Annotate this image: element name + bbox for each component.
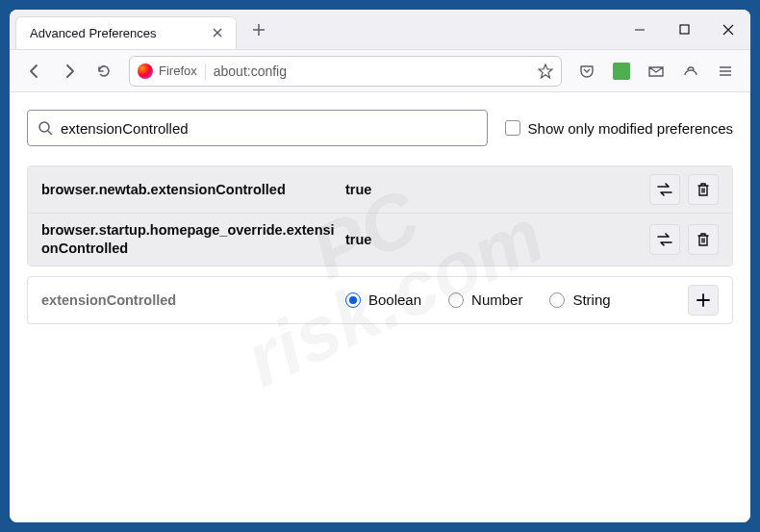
delete-button[interactable] (688, 174, 719, 205)
search-input[interactable] (61, 120, 477, 137)
radio-input[interactable] (345, 292, 361, 308)
account-button[interactable] (675, 56, 706, 87)
toggle-button[interactable] (649, 224, 680, 255)
tab-title: Advanced Preferences (30, 26, 157, 40)
extension-icon (613, 63, 630, 80)
tab-active[interactable]: Advanced Preferences (15, 16, 237, 49)
pref-name: browser.newtab.extensionControlled (41, 181, 338, 199)
identity-label: Firefox (159, 63, 197, 78)
pref-list: browser.newtab.extensionControlled true … (27, 165, 733, 266)
search-box[interactable] (27, 110, 488, 146)
radio-string[interactable]: String (549, 291, 610, 308)
show-modified-label: Show only modified preferences (528, 120, 733, 137)
back-button[interactable] (19, 56, 50, 87)
search-row: Show only modified preferences (27, 110, 733, 146)
radio-label: Boolean (368, 291, 421, 308)
svg-rect-0 (680, 25, 689, 34)
new-pref-row: extensionControlled Boolean Number Strin… (27, 276, 733, 324)
minimize-button[interactable] (618, 10, 662, 49)
show-modified-checkbox[interactable] (505, 120, 520, 136)
reload-button[interactable] (89, 56, 119, 87)
type-radio-group: Boolean Number String (345, 291, 680, 308)
about-config-content: Show only modified preferences browser.n… (10, 92, 750, 522)
titlebar: Advanced Preferences (10, 10, 750, 50)
pref-name: browser.startup.homepage_override.extens… (41, 221, 338, 258)
pref-value: true (345, 232, 642, 247)
new-pref-name: extensionControlled (41, 292, 338, 308)
pref-row: browser.newtab.extensionControlled true (28, 166, 732, 214)
toggle-button[interactable] (649, 174, 680, 205)
navbar: Firefox about:config (10, 50, 750, 92)
identity-box[interactable]: Firefox (138, 63, 206, 79)
close-window-button[interactable] (706, 10, 750, 49)
url-text: about:config (214, 63, 530, 79)
pref-value: true (345, 182, 642, 197)
show-modified-checkbox-wrap[interactable]: Show only modified preferences (505, 120, 733, 137)
menu-button[interactable] (710, 56, 741, 87)
extension-button[interactable] (606, 56, 637, 87)
delete-button[interactable] (688, 224, 719, 255)
bookmark-star-icon[interactable] (538, 63, 553, 79)
window-controls (618, 10, 750, 49)
add-button[interactable] (688, 285, 719, 316)
radio-input[interactable] (549, 292, 565, 308)
browser-window: Advanced Preferences (10, 10, 750, 522)
radio-number[interactable]: Number (448, 291, 522, 308)
forward-button[interactable] (54, 56, 85, 87)
radio-input[interactable] (448, 292, 464, 308)
new-tab-button[interactable] (244, 15, 273, 44)
close-tab-button[interactable] (209, 24, 226, 41)
search-icon (38, 120, 53, 136)
radio-boolean[interactable]: Boolean (345, 291, 421, 308)
firefox-icon (138, 63, 153, 79)
svg-point-1 (39, 122, 49, 132)
url-bar[interactable]: Firefox about:config (129, 56, 562, 87)
pref-row: browser.startup.homepage_override.extens… (28, 214, 732, 266)
radio-label: Number (471, 291, 522, 308)
pocket-button[interactable] (571, 56, 602, 87)
maximize-button[interactable] (662, 10, 706, 49)
radio-label: String (572, 291, 610, 308)
mail-button[interactable] (641, 56, 671, 87)
